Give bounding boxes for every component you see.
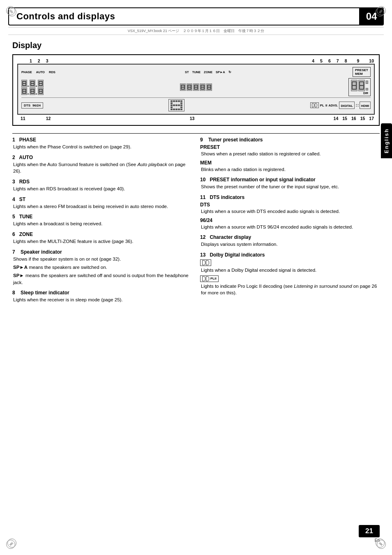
plii-roman: II [325, 104, 327, 107]
item-6-text: Lights when the MULTI-ZONE feature is ac… [13, 238, 192, 245]
item-12-char-display: 12 Character display Displays various sy… [200, 234, 380, 248]
left-column: 1 PHASE Lights when the Phase Control is… [12, 137, 192, 308]
file-info: VSX_519V_MY.book 21 ページ ２００９年１月１６日 金曜日 午… [8, 27, 384, 35]
page-header: Controls and displays 04 [8, 7, 384, 25]
label-spa: SP►A [216, 70, 225, 74]
item-11-dts: 11 DTS indicators DTS Lights when a sour… [200, 194, 380, 230]
label-st: ST [185, 70, 189, 74]
item-6-header: 6 ZONE [12, 231, 192, 237]
item-13-dd-text: Lights when a Dolby Digital encoded sign… [201, 267, 380, 274]
colon-dots: ∷ [356, 103, 358, 108]
item-9-sub: PRESET Shows when a preset radio station… [200, 144, 380, 173]
item-11-9624-text: Lights when a source with DTS 96/24 enco… [201, 224, 380, 231]
label-phase: PHASE [21, 70, 32, 74]
num-16: 16 [351, 116, 356, 121]
num-2: 2 [38, 58, 40, 63]
language-tab: English [381, 123, 392, 158]
item-5-text: Lights when a broadcast is being receive… [13, 220, 192, 227]
item-11-9624-label: 96/24 [200, 217, 380, 223]
item-5-tune: 5 TUNE Lights when a broadcast is being … [12, 214, 192, 227]
label-arrow: ↻ [228, 70, 231, 74]
page-title: Controls and displays [16, 11, 115, 22]
plii-label: PL [320, 104, 324, 107]
num-15a: 15 [342, 116, 347, 121]
label-rds: RDS [49, 70, 55, 74]
num-7: 7 [337, 58, 339, 63]
item-13-plii-text: Lights to indicate Pro Logic II decoding… [201, 283, 380, 296]
item-3-header: 3 RDS [12, 179, 192, 185]
num-11: 11 [21, 116, 25, 121]
9624-label: 96/24 [32, 104, 41, 107]
label-tune: TUNE [192, 70, 201, 74]
item-2-auto: 2 AUTO Lights when the Auto Surround fea… [12, 155, 192, 175]
item-10-header: 10 PRESET information or input signal in… [200, 177, 380, 183]
item-1-header: 1 PHASE [12, 137, 192, 143]
item-9-preset-text: Shows when a preset radio station is reg… [201, 150, 380, 157]
section-divider [12, 133, 380, 134]
display-section-title: Display [12, 41, 380, 50]
item-10-text: Shows the preset number of the tuner or … [201, 183, 380, 190]
num-12: 12 [46, 116, 51, 121]
item-7-spa-text: SP►A means the speakers are switched on. [13, 264, 192, 271]
label-preset: PRESET [355, 68, 368, 72]
item-9-mem-label: MEM [200, 160, 380, 166]
item-8-header: 8 Sleep timer indicator [12, 290, 192, 296]
page-number-box: 21 [359, 525, 380, 537]
bottom-left-corner: + [7, 539, 16, 548]
num-spacer [48, 58, 312, 63]
preset-mem-block: DIR [348, 78, 371, 96]
item-12-text: Displays various system information. [201, 241, 380, 248]
num-1: 1 [30, 58, 32, 63]
item-7-text: Shows if the speaker system is on or not… [13, 256, 192, 263]
top-right-corner: + [376, 7, 385, 16]
display-diagram: 1 2 3 4 5 6 7 8 9 10 PHASE [12, 54, 380, 126]
num-4: 4 [312, 58, 314, 63]
item-13-dolby: 13 Dolby Digital indicators Lights when … [200, 252, 380, 296]
hdmi-label-box: HDMI [360, 102, 371, 109]
top-left-corner: + [7, 7, 16, 16]
ddplii-symbol: PLII [200, 275, 219, 282]
num-6: 6 [328, 58, 331, 63]
item-9-header: 9 Tuner preset indicators [200, 137, 380, 143]
item-2-text: Lights when the Auto Surround feature is… [13, 161, 192, 175]
item-7-header: 7 Speaker indicator [12, 249, 192, 255]
num-17: 17 [369, 116, 374, 121]
item-11-sub: DTS Lights when a source with DTS encode… [200, 202, 380, 230]
num-9: 9 [357, 58, 359, 63]
dts-label: DTS [24, 104, 30, 107]
item-13-sub: Lights when a Dolby Digital encoded sign… [200, 259, 380, 296]
item-4-text: Lights when a stereo FM broadcast is bei… [13, 203, 192, 210]
label-mem: MEM [355, 72, 368, 76]
dir-label: DIR [351, 92, 368, 95]
item-10-preset-info: 10 PRESET information or input signal in… [200, 177, 380, 190]
dd-indicator [310, 102, 319, 108]
item-6-zone: 6 ZONE Lights when the MULTI-ZONE featur… [12, 231, 192, 245]
char-display [168, 99, 184, 111]
main-content: Display 1 2 3 4 5 6 7 8 9 10 [0, 37, 392, 316]
item-3-text: Lights when an RDS broadcast is received… [13, 185, 192, 192]
item-4-st: 4 ST Lights when a stereo FM broadcast i… [12, 197, 192, 210]
label-auto: AUTO [36, 70, 45, 74]
bottom-right-corner: + [376, 539, 385, 548]
item-13-header: 13 Dolby Digital indicators [200, 252, 380, 258]
hdmi-label: HDMI [361, 104, 369, 108]
item-8-sleep: 8 Sleep timer indicator Lights when the … [12, 290, 192, 303]
plii-text: PLII [210, 277, 217, 280]
num-15b: 15 [360, 116, 365, 121]
header-title-box: Controls and displays [8, 7, 359, 25]
digital-label-box: DIGITAL [339, 102, 354, 109]
item-9-preset-label: PRESET [200, 144, 380, 150]
item-2-header: 2 AUTO [12, 155, 192, 160]
item-7-sp-text: SP► means the speakers are switched off … [13, 272, 192, 286]
item-5-header: 5 TUNE [12, 214, 192, 220]
right-column: 9 Tuner preset indicators PRESET Shows w… [200, 137, 380, 308]
content-columns: 1 PHASE Lights when the Phase Control is… [12, 137, 380, 308]
item-11-dts-label: DTS [200, 202, 380, 208]
dd-symbol [200, 259, 211, 266]
item-11-dts-text: Lights when a source with DTS encoded au… [201, 208, 380, 215]
num-10: 10 [369, 58, 374, 63]
item-3-rds: 3 RDS Lights when an RDS broadcast is re… [12, 179, 192, 192]
item-12-header: 12 Character display [200, 234, 380, 240]
item-9-tuner: 9 Tuner preset indicators PRESET Shows w… [200, 137, 380, 173]
item-7-speaker: 7 Speaker indicator Shows if the speaker… [12, 249, 192, 286]
